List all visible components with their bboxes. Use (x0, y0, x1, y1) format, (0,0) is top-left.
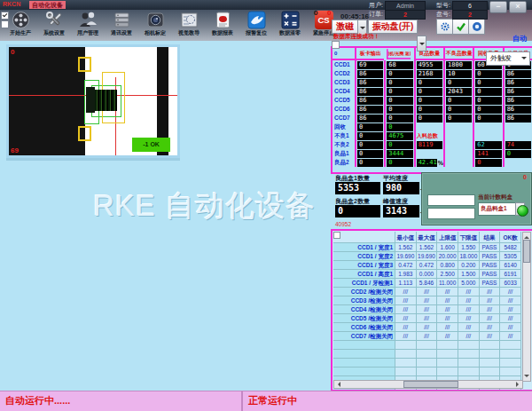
results-empty-cell (480, 341, 501, 350)
confirm-small-button[interactable] (452, 19, 469, 35)
monitor-cell: 0 (473, 69, 502, 78)
results-cell: /// (395, 296, 417, 305)
monitor-value-box: 0 (417, 115, 442, 123)
monitor-cell: 0 (355, 123, 384, 131)
monitor-value-box: 86 (505, 88, 531, 96)
monitor-value-box: 74 (505, 141, 531, 149)
avg-speed-value: 980 (383, 182, 419, 194)
monitor-cell (473, 123, 502, 131)
results-cell: /// (480, 288, 501, 296)
camera-option-checkbox[interactable] (1, 20, 9, 28)
results-horizontal-scrollbar[interactable] (333, 380, 523, 389)
results-empty-cell (417, 350, 438, 359)
current-tray-label: 当前计数料盒 (478, 194, 512, 202)
monitor-cell: 0 (384, 87, 413, 96)
vibration-dropdown[interactable] (417, 36, 426, 51)
monitor-cell: 0 (384, 123, 413, 131)
status-left: 自动运行中...... (0, 391, 243, 411)
monitor-value-box: 0 (387, 123, 412, 131)
results-empty-cell (417, 341, 438, 350)
monitor-cell (443, 158, 473, 167)
alarm-reset-icon (247, 11, 266, 29)
scroll-down-arrow[interactable] (524, 375, 529, 380)
results-cell: 0.472 (395, 261, 417, 270)
monitor-cell: 入料总数 (414, 131, 443, 140)
monitor-value-box: 62 (475, 141, 501, 149)
results-cell: /// (437, 332, 458, 341)
monitor-value-box: 0 (446, 115, 472, 123)
tray-status-led (517, 205, 528, 217)
results-cell: 0.200 (458, 261, 480, 270)
results-cell: 6033 (500, 279, 521, 288)
results-empty-cell (417, 359, 438, 368)
settings-small-button[interactable] (436, 19, 453, 35)
monitor-value-box: 10 (446, 70, 472, 78)
tray-input-1[interactable] (427, 194, 475, 206)
vision-teaching-button[interactable]: 视觉教导 (172, 10, 206, 42)
monitor-cell: 0 (443, 114, 473, 123)
results-row-label: CCD1 / 高度1 (333, 270, 395, 279)
magnetize-button[interactable]: 激磁 (332, 20, 358, 34)
horizontal-scroll-thumb[interactable] (403, 381, 458, 388)
results-empty-label (333, 359, 395, 368)
toolbar-items: 开始生产 系统设置 用户管理 (4, 10, 340, 42)
inspected-part-base (86, 87, 95, 113)
results-cell: 1.562 (395, 243, 417, 252)
results-empty-cell (395, 341, 417, 350)
alarm-reset-button[interactable]: 报警复位 (239, 10, 273, 42)
user-management-button[interactable]: 用户管理 (71, 10, 105, 42)
monitor-cell (443, 131, 473, 140)
vertical-scroll-thumb[interactable] (523, 240, 530, 263)
results-cell: /// (500, 332, 521, 341)
monitor-cell: 0 (355, 140, 384, 149)
monitor-cell: 1800 (443, 60, 473, 69)
monitor-cell: 0 (384, 114, 413, 123)
results-cell: 0.472 (417, 261, 438, 270)
data-clear-button[interactable]: 数据清零 (273, 10, 307, 42)
camera-calibration-button[interactable]: 相机标定 (138, 10, 172, 42)
results-cell: 1.113 (395, 279, 417, 288)
monitor-corner-checkbox[interactable] (332, 41, 340, 49)
camera-dark-region (9, 47, 85, 155)
scroll-right-arrow[interactable] (516, 382, 521, 387)
monitor-cell: 0 (384, 69, 413, 78)
system-settings-button[interactable]: 系统设置 (37, 10, 71, 42)
results-cell: /// (417, 296, 438, 305)
monitor-value-box: 0 (475, 106, 501, 114)
film-reel-icon (12, 11, 30, 29)
monitor-row-label: CCD3 (332, 78, 355, 87)
scroll-left-arrow[interactable] (335, 382, 340, 387)
monitor-value-box: 0 (446, 97, 472, 105)
vibration-plate-button[interactable]: 振动盘(开) (368, 20, 418, 34)
monitor-value-box: 86 (357, 88, 383, 96)
results-vertical-scrollbar[interactable] (522, 232, 531, 382)
minimize-button[interactable]: − (489, 1, 507, 13)
users-icon (79, 11, 98, 29)
monitor-value-box: 0 (387, 70, 412, 78)
results-empty-cell (437, 368, 458, 376)
comm-settings-button[interactable]: 通讯设置 (105, 10, 138, 42)
current-tray-select[interactable]: 良品料盒1 (478, 202, 519, 216)
close-button[interactable]: × (509, 1, 527, 13)
results-cell: /// (417, 323, 438, 332)
model-label: 型号: (429, 1, 450, 10)
monitor-cell: 3444 (384, 149, 413, 158)
data-report-button[interactable]: 数据报表 (206, 10, 239, 42)
results-empty-cell (480, 368, 501, 376)
results-cell: /// (480, 305, 501, 314)
monitor-cell (443, 140, 473, 149)
results-corner-checkbox[interactable] (333, 232, 340, 239)
results-empty-cell (395, 359, 417, 368)
results-cell: /// (417, 288, 438, 296)
monitor-cell (503, 123, 532, 131)
monitor-row-label: 回收 (332, 123, 355, 131)
info-small-button[interactable] (468, 19, 485, 35)
tray-panel-corner-value: 0 (523, 174, 527, 180)
camera-enable-checkbox[interactable] (1, 12, 9, 20)
results-empty-cell (500, 368, 521, 376)
monitor-cell: 62 (473, 140, 502, 149)
trigger-mode-select[interactable]: 外触发 (486, 51, 530, 66)
scroll-up-arrow[interactable] (524, 233, 529, 239)
results-cell: PASS (480, 270, 501, 279)
tray-input-2[interactable] (427, 208, 475, 219)
